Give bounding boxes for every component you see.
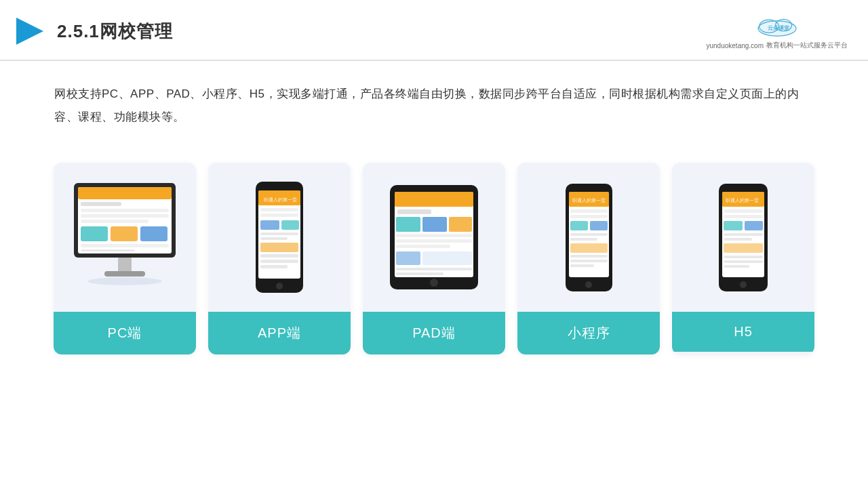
svg-marker-0 [16,18,43,45]
svg-rect-11 [81,202,121,206]
card-app-label: APP端 [208,312,351,354]
svg-rect-65 [570,243,608,253]
description-text: 网校支持PC、APP、PAD、小程序、H5，实现多端打通，产品各终端自由切换，数… [0,61,868,142]
svg-rect-33 [260,237,288,240]
svg-rect-66 [570,255,608,258]
svg-rect-43 [397,209,431,214]
svg-rect-25 [269,182,290,188]
svg-rect-61 [570,221,588,230]
svg-rect-34 [260,243,298,252]
card-h5: 职通人的第一堂 H5 [672,163,814,354]
svg-rect-63 [570,233,608,236]
svg-rect-44 [396,217,420,232]
svg-rect-82 [724,256,763,258]
svg-rect-32 [260,232,298,235]
svg-text:职通人的第一堂: 职通人的第一堂 [572,198,606,203]
svg-rect-14 [81,220,149,223]
svg-rect-83 [724,260,763,263]
card-pc-image [54,163,196,312]
card-app: 职通人的第一堂 APP端 [208,163,351,354]
svg-point-69 [585,281,592,288]
logo-slogan: 教育机构一站式服务云平台 [766,41,848,50]
svg-rect-77 [724,221,743,230]
svg-rect-49 [396,245,450,248]
svg-rect-21 [104,271,145,277]
svg-rect-10 [78,187,172,199]
svg-rect-81 [724,243,763,253]
svg-rect-18 [81,244,169,247]
svg-rect-31 [281,220,299,230]
svg-point-38 [276,283,283,289]
card-miniapp-label: 小程序 [517,312,660,354]
svg-rect-68 [570,264,594,267]
svg-point-85 [740,281,747,288]
card-pc: PC端 [54,163,196,354]
svg-rect-15 [81,226,108,241]
svg-rect-53 [396,272,443,275]
svg-rect-12 [81,209,169,212]
svg-rect-36 [260,260,298,263]
logo-area: 云朵课堂 yunduoketang.com 教育机构一站式服务云平台 [706,12,848,50]
svg-rect-62 [590,221,608,230]
svg-rect-37 [260,265,288,268]
card-pad: PAD端 [363,163,505,354]
description-content: 网校支持PC、APP、PAD、小程序、H5，实现多端打通，产品各终端自由切换，数… [54,87,799,123]
pad-device-icon [387,180,481,295]
svg-text:云朵课堂: 云朵课堂 [767,25,789,31]
svg-rect-67 [570,260,608,262]
svg-rect-46 [449,217,472,232]
card-miniapp: 职通人的第一堂 小程序 [517,163,660,354]
logo-text-row: yunduoketang.com 教育机构一站式服务云平台 [706,41,848,50]
svg-rect-56 [578,184,599,190]
svg-rect-48 [396,239,472,243]
svg-rect-52 [396,268,472,270]
play-icon [14,15,46,47]
svg-text:职通人的第一堂: 职通人的第一堂 [264,197,297,203]
svg-rect-19 [81,249,135,251]
logo-url: yunduoketang.com [706,42,764,49]
svg-rect-35 [260,254,298,258]
svg-rect-45 [422,217,447,232]
card-h5-image: 职通人的第一堂 [672,163,814,312]
svg-point-22 [87,277,162,285]
svg-rect-64 [570,238,597,241]
svg-rect-42 [395,192,473,207]
card-miniapp-image: 职通人的第一堂 [517,163,660,312]
svg-rect-59 [570,209,608,213]
svg-rect-28 [260,208,298,211]
header: 2.5.1网校管理 云朵课堂 yunduoketang.com 教育机构一站式服… [0,0,868,61]
svg-rect-29 [260,214,298,217]
svg-rect-30 [260,220,279,230]
svg-rect-72 [733,184,753,190]
header-left: 2.5.1网校管理 [14,15,173,47]
svg-text:职通人的第一堂: 职通人的第一堂 [726,198,759,203]
card-pc-label: PC端 [54,312,196,354]
svg-rect-79 [724,233,763,236]
svg-rect-17 [140,226,167,241]
svg-rect-84 [724,265,749,268]
h5-device-icon: 职通人的第一堂 [717,182,770,293]
svg-rect-51 [422,251,472,265]
card-pad-image [363,163,505,312]
svg-rect-75 [724,209,763,213]
page-title: 2.5.1网校管理 [57,20,173,43]
svg-rect-50 [396,251,420,265]
svg-rect-47 [396,234,472,237]
miniapp-device-icon: 职通人的第一堂 [564,182,614,293]
pc-device-icon [67,176,182,298]
svg-rect-13 [81,214,169,218]
brand-logo: 云朵课堂 [750,12,804,39]
card-h5-label: H5 [672,312,814,352]
svg-rect-76 [724,215,763,218]
svg-rect-78 [745,221,763,230]
svg-rect-80 [724,238,752,241]
app-device-icon: 职通人的第一堂 [252,180,307,295]
svg-rect-16 [111,226,138,241]
card-pad-label: PAD端 [363,312,505,354]
cards-container: PC端 职通人的第一堂 [0,142,868,375]
svg-rect-60 [570,215,608,218]
svg-point-41 [430,279,438,287]
svg-rect-20 [118,258,132,272]
card-app-image: 职通人的第一堂 [208,163,351,312]
